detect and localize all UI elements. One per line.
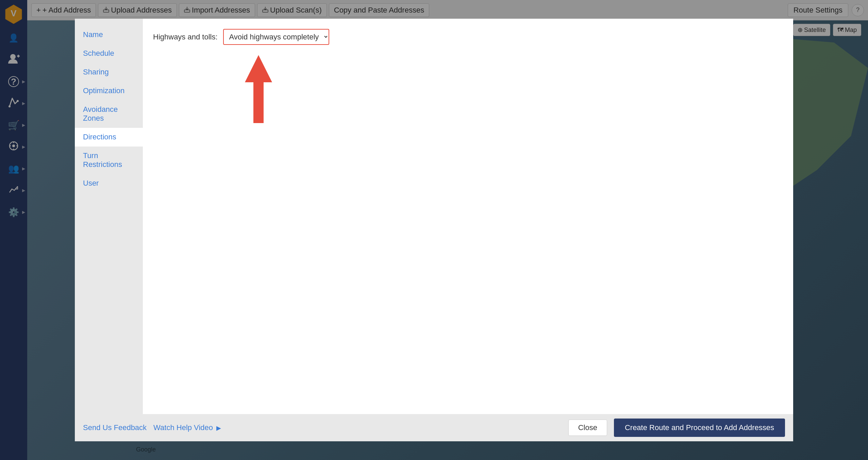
nav-item-sharing[interactable]: Sharing [75,63,143,82]
red-arrow [245,55,272,123]
nav-item-user[interactable]: User [75,174,143,193]
highways-tolls-row: Highways and tolls: Avoid highways compl… [153,29,783,45]
highways-label: Highways and tolls: [153,33,218,41]
nav-item-optimization[interactable]: Optimization [75,82,143,100]
modal-body: Name Schedule Sharing Optimization Avoid… [75,19,793,414]
nav-item-schedule[interactable]: Schedule [75,44,143,63]
create-route-button[interactable]: Create Route and Proceed to Add Addresse… [614,419,785,437]
nav-item-directions[interactable]: Directions [75,128,143,147]
close-button[interactable]: Close [568,420,607,436]
play-icon: ▶ [216,425,221,431]
watch-help-label: Watch Help Video [153,423,213,432]
svg-marker-16 [245,55,272,123]
send-feedback-link[interactable]: Send Us Feedback [83,423,147,432]
modal-footer: Send Us Feedback Watch Help Video ▶ Clos… [75,414,793,441]
nav-item-name[interactable]: Name [75,25,143,44]
modal-nav: Name Schedule Sharing Optimization Avoid… [75,19,143,414]
modal-dialog: Name Schedule Sharing Optimization Avoid… [75,19,793,441]
highways-select[interactable]: Avoid highways completely Use highways A… [223,29,329,45]
nav-item-avoidance-zones[interactable]: Avoidance Zones [75,100,143,128]
nav-item-turn-restrictions[interactable]: Turn Restrictions [75,147,143,174]
modal-content-area: Highways and tolls: Avoid highways compl… [143,19,793,414]
watch-help-link[interactable]: Watch Help Video ▶ [153,423,221,432]
